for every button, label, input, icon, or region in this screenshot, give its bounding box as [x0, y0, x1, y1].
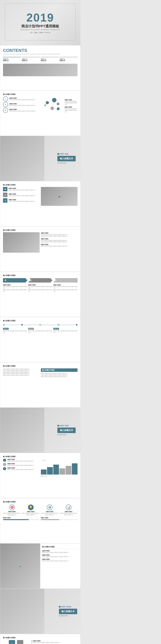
tag-1: 标题文本 — [3, 328, 9, 330]
slide-12-icons: 🎯 标题文本预设 标题文本预设文本标题文本预设文本标题文本预设文本 💡 标题文本… — [3, 504, 78, 516]
slide-abc-flow: 输入标题文本预设 A B C — [0, 272, 80, 317]
slide-info-icons: 输入标题文本预设 ★ 标题文本预设 标题文本预设文本标题文本预设文本标题文本预设… — [0, 181, 80, 226]
item-3-text: 标题文本预设 标题文本预设文本标题文本预设文本标题文本预设文本 — [9, 109, 36, 112]
slide-11-inner: 输入标题文本预设 1 标题文本预设 标题文本预设文本标题文本预设文本标题文本预设… — [0, 453, 80, 498]
cover-content: 2019 商业计划书PPT通用模板 BUSINESS PLAN PPT GENE… — [20, 12, 60, 34]
puzzle-block-1: 标题文本预设 标题文本预设文本标题文本预设文本标题文本预设文本 — [32, 640, 78, 643]
slide-timeline-dots: 输入标题文本预设 标题文本 标题文本预设文本标题文本预设文本标题文本预设文本 — [0, 317, 80, 362]
prog-fill-2 — [41, 519, 59, 520]
tl-line-2 — [23, 325, 40, 325]
contents-part-3: PART 03 标题文本 TITLE TEXT — [41, 57, 59, 62]
slide-cover: 2019 商业计划书PPT通用模板 BUSINESS PLAN PPT GENE… — [0, 0, 80, 45]
puzzle-grid: ⚙️ 🔗 💼 📋 — [9, 640, 24, 644]
slide-7-cols: 标题文本预设 标题文本预设文本标题文本预设文本标题文本预设文本 标题文本预设文本… — [3, 284, 78, 292]
part-four-subtitle: 输入标题文本预设 — [59, 615, 77, 617]
vt-text-1: 标题文本预设 标题文本预设文本标题文本预设文本标题文本预设文本 — [8, 459, 34, 462]
contents-part-4: PART 04 标题文本 TITLE TEXT — [60, 57, 78, 62]
part-four-content: PART FOUR 输入标题文本 输入标题文本预设 — [59, 606, 77, 617]
icon-circle-2: 💡 — [28, 504, 34, 510]
slide-contents: CONTENTS TITLE TEXT TITLE TEXT TITLE TEX… — [0, 45, 80, 90]
slide-8-inner: 输入标题文本预设 标题文本 标题文本预设文本标题文本预设文本标题文本预设文本 — [0, 317, 80, 362]
slide-6-image: 🖼️ — [3, 232, 40, 253]
slide-6-title: 输入标题文本预设 — [3, 229, 78, 231]
slide-part-four-header: PART FOUR 输入标题文本 输入标题文本预设 — [0, 589, 80, 634]
vt-text-2: 标题文本预设 标题文本预设文本标题文本预设文本标题文本预设文本 — [8, 463, 34, 466]
slide-6-info-1: 标题文本预设 标题文本预设文本标题文本预设文本标题文本预设文本 标题文本预设文本… — [41, 232, 78, 237]
slide-6-col1: 🖼️ — [3, 232, 40, 253]
svg-line-3 — [52, 108, 58, 109]
slide-15-content: ⚙️ 🔗 💼 📋 标题文本预设 标题文本预设文本标题文本预设文本标题文本预设文本… — [3, 640, 78, 644]
cover-meta: 汇报：千图网 汇报时间：XX年XX月 — [20, 32, 60, 34]
slide-11-right: ← 2018 标题文本预设 — [41, 459, 78, 477]
part-one-subtitle: 输入标题文本预设 — [58, 162, 76, 164]
part-four-title: 输入标题文本 — [62, 610, 75, 612]
part-one-badge: PART ONE — [60, 153, 68, 155]
part-four-diamond — [59, 606, 61, 608]
item-3-icon: ⊗ — [3, 108, 8, 113]
arrow-b: B — [28, 278, 52, 282]
vt-step-2: 2 — [3, 463, 6, 466]
cover-year: 2019 — [20, 12, 60, 23]
contents-background-image — [3, 64, 78, 76]
item-1-text: 标题文本预设 标题文本预设文本标题文本预设文本标题文本预设文本 — [9, 97, 36, 100]
part-3-name: 标题文本 — [41, 59, 59, 61]
contents-subtitle: TITLE TEXT TITLE TEXT TITLE TEXT TITLE T… — [3, 54, 78, 55]
tag-3: 标题文本 — [53, 328, 59, 330]
part-4-label: PART 04 — [60, 58, 78, 59]
slide-13-block2: 标题文本预设 标题文本预设文本标题文本预设文本标题文本预设文本 — [42, 554, 78, 558]
tl-dot-5 — [76, 324, 78, 326]
part-3-desc: TITLE TEXT — [41, 61, 59, 62]
slide-11-grid: 1 标题文本预设 标题文本预设文本标题文本预设文本标题文本预设文本 2 标题文本… — [3, 459, 78, 477]
slide-8-col1: 标题文本 标题文本预设文本标题文本预设文本标题文本预设文本 — [3, 327, 27, 333]
icon-1: ★ — [3, 187, 8, 191]
slide-9-title: 输入标题文本预设 — [3, 365, 78, 367]
part-2-label: PART 02 — [22, 58, 40, 59]
cover-title-cn: 商业计划书PPT通用模板 — [20, 24, 60, 28]
tl-line-3 — [41, 325, 58, 325]
slide-3-title: 输入标题文本预设 — [3, 93, 78, 96]
part-2-desc: TITLE TEXT — [22, 61, 40, 62]
slide-6-col2: 标题文本预设 标题文本预设文本标题文本预设文本标题文本预设文本 标题文本预设文本… — [41, 232, 78, 253]
slide-5-item-1: ★ 标题文本预设 标题文本预设文本标题文本预设文本标题文本预设文本 — [3, 187, 40, 191]
bar-1 — [41, 470, 46, 474]
slide-13-block1: 标题文本预设 标题文本预设文本标题文本预设文本标题文本预设文本 — [42, 550, 78, 553]
timeline-row — [3, 324, 78, 326]
teal-box-title: 输入标题文本预设 — [41, 368, 78, 372]
icon-block-3: ⚙️ 标题文本预设 标题文本预设文本标题文本预设文本标题文本预设文本 — [41, 504, 59, 516]
part-one-image — [0, 136, 44, 181]
vt-item-2: 2 标题文本预设 标题文本预设文本标题文本预设文本标题文本预设文本 — [3, 463, 40, 466]
slide-3-item-2: ♦ 标题文本预设 标题文本预设文本标题文本预设文本标题文本预设文本 — [3, 102, 40, 107]
slides-container: 2019 商业计划书PPT通用模板 BUSINESS PLAN PPT GENE… — [0, 0, 161, 644]
part-one-content: PART ONE 输入标题文本 输入标题文本预设 — [58, 153, 76, 164]
item-2-text: 标题文本预设 标题文本预设文本标题文本预设文本标题文本预设文本 — [9, 103, 36, 106]
vt-step-1: 1 — [3, 459, 6, 462]
slide-15-title: 输入标题文本预设 — [3, 636, 78, 639]
bar-2 — [47, 467, 53, 474]
slide-6-info-3: 标题文本预设 标题文本预设文本标题文本预设文本标题文本预设文本 — [41, 244, 78, 247]
part-1-desc: TITLE TEXT — [3, 61, 21, 62]
slide-6-grid: 🖼️ 标题文本预设 标题文本预设文本标题文本预设文本标题文本预设文本 标题文本预… — [3, 232, 78, 253]
network-diagram — [41, 96, 64, 115]
slide-7-inner: 输入标题文本预设 A B C — [0, 272, 80, 317]
slide-5-title: 输入标题文本预设 — [3, 184, 78, 186]
slide-network: 输入标题文本预设 ⊙ 标题文本预设 标题文本预设文本标题文本预设文本标题文本预设… — [0, 90, 80, 136]
slide-3-left-items: ⊙ 标题文本预设 标题文本预设文本标题文本预设文本标题文本预设文本 ♦ 标题文本… — [3, 96, 40, 113]
slide-8-col2: 标题文本 标题文本预设文本标题文本预设文本标题文本预设文本 — [28, 327, 52, 333]
tl-line-4 — [59, 325, 76, 325]
slide-7-col3: 标题文本预设 标题文本预设文本标题文本预设文本标题文本预设文本 标题文本预设文本… — [53, 284, 78, 292]
part-3-label: PART 03 — [41, 58, 59, 59]
vertical-timeline: 1 标题文本预设 标题文本预设文本标题文本预设文本标题文本预设文本 2 标题文本… — [3, 459, 40, 470]
item-2-icon: ♦ — [3, 102, 8, 107]
vt-text-3: 标题文本预设 标题文本预设文本标题文本预设文本标题文本预设文本 — [8, 467, 34, 470]
contents-parts-row: PART 01 标题文本 TITLE TEXT PART 02 标题文本 TIT… — [3, 57, 78, 62]
svg-line-2 — [47, 103, 52, 108]
slide-11-left: 1 标题文本预设 标题文本预设文本标题文本预设文本标题文本预设文本 2 标题文本… — [3, 459, 40, 477]
slide-13-title: 输入标题文本预设 — [42, 546, 78, 548]
slide-13-image: 🏙️ — [0, 544, 40, 588]
icon-3: ♦ — [3, 198, 8, 203]
slide-12-inner: 输入标题文本预设 🎯 标题文本预设 标题文本预设文本标题文本预设文本标题文本预设… — [0, 498, 80, 543]
slide-7-col1: 标题文本预设 标题文本预设文本标题文本预设文本标题文本预设文本 标题文本预设文本… — [3, 284, 27, 292]
vt-item-3: 3 标题文本预设 标题文本预设文本标题文本预设文本标题文本预设文本 — [3, 467, 40, 470]
cover-date: 汇报时间：XX年XX月 — [38, 32, 51, 33]
part-one-diamond-row: PART ONE — [58, 153, 76, 155]
